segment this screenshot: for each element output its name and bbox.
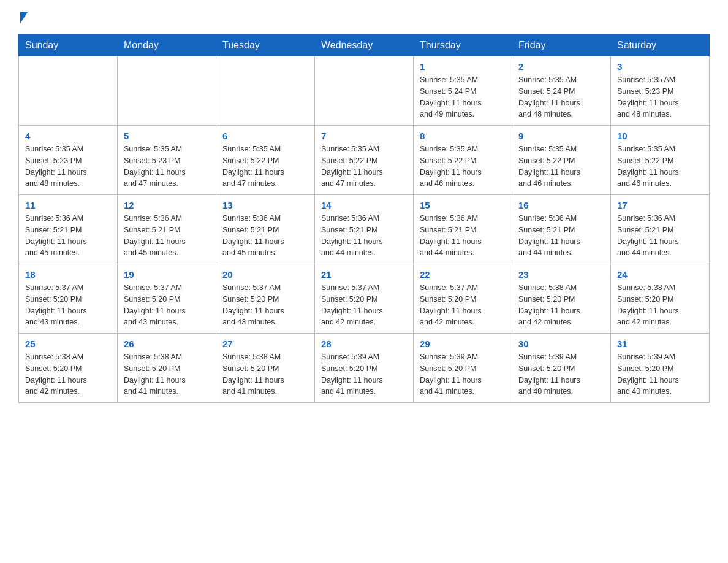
day-number: 2 [518, 61, 604, 72]
day-number: 27 [222, 339, 308, 349]
calendar-cell: 21Sunrise: 5:37 AM Sunset: 5:20 PM Dayli… [315, 264, 414, 334]
day-info: Sunrise: 5:35 AM Sunset: 5:24 PM Dayligh… [518, 74, 604, 120]
day-info: Sunrise: 5:36 AM Sunset: 5:21 PM Dayligh… [25, 213, 111, 259]
day-number: 15 [420, 200, 506, 210]
calendar-cell: 18Sunrise: 5:37 AM Sunset: 5:20 PM Dayli… [19, 264, 118, 334]
day-number: 22 [420, 269, 506, 280]
day-number: 20 [222, 269, 308, 280]
day-info: Sunrise: 5:36 AM Sunset: 5:21 PM Dayligh… [124, 213, 210, 259]
calendar-header-monday: Monday [118, 35, 216, 56]
calendar-cell: 24Sunrise: 5:38 AM Sunset: 5:20 PM Dayli… [611, 264, 710, 334]
day-info: Sunrise: 5:35 AM Sunset: 5:24 PM Dayligh… [420, 74, 506, 120]
calendar-cell: 12Sunrise: 5:36 AM Sunset: 5:21 PM Dayli… [118, 195, 216, 264]
calendar-cell: 27Sunrise: 5:38 AM Sunset: 5:20 PM Dayli… [216, 334, 315, 403]
calendar-cell: 10Sunrise: 5:35 AM Sunset: 5:22 PM Dayli… [611, 126, 710, 195]
day-info: Sunrise: 5:38 AM Sunset: 5:20 PM Dayligh… [617, 282, 703, 328]
day-number: 25 [25, 339, 111, 349]
day-info: Sunrise: 5:38 AM Sunset: 5:20 PM Dayligh… [518, 282, 604, 328]
day-number: 16 [518, 200, 604, 210]
day-info: Sunrise: 5:39 AM Sunset: 5:20 PM Dayligh… [617, 351, 703, 397]
calendar-week-2: 4Sunrise: 5:35 AM Sunset: 5:23 PM Daylig… [19, 126, 710, 195]
calendar-header-friday: Friday [512, 35, 611, 56]
calendar-cell: 9Sunrise: 5:35 AM Sunset: 5:22 PM Daylig… [512, 126, 611, 195]
calendar-cell: 8Sunrise: 5:35 AM Sunset: 5:22 PM Daylig… [414, 126, 512, 195]
day-info: Sunrise: 5:37 AM Sunset: 5:20 PM Dayligh… [222, 282, 308, 328]
calendar-week-5: 25Sunrise: 5:38 AM Sunset: 5:20 PM Dayli… [19, 334, 710, 403]
calendar-cell: 14Sunrise: 5:36 AM Sunset: 5:21 PM Dayli… [315, 195, 414, 264]
calendar-cell: 16Sunrise: 5:36 AM Sunset: 5:21 PM Dayli… [512, 195, 611, 264]
day-info: Sunrise: 5:37 AM Sunset: 5:20 PM Dayligh… [420, 282, 506, 328]
day-info: Sunrise: 5:38 AM Sunset: 5:20 PM Dayligh… [124, 351, 210, 397]
day-number: 8 [420, 131, 506, 141]
day-info: Sunrise: 5:37 AM Sunset: 5:20 PM Dayligh… [25, 282, 111, 328]
calendar-cell: 13Sunrise: 5:36 AM Sunset: 5:21 PM Dayli… [216, 195, 315, 264]
day-number: 21 [321, 269, 407, 280]
calendar-table: SundayMondayTuesdayWednesdayThursdayFrid… [18, 34, 710, 403]
day-info: Sunrise: 5:35 AM Sunset: 5:23 PM Dayligh… [617, 74, 703, 120]
day-info: Sunrise: 5:35 AM Sunset: 5:22 PM Dayligh… [617, 144, 703, 190]
calendar-cell: 25Sunrise: 5:38 AM Sunset: 5:20 PM Dayli… [19, 334, 118, 403]
day-number: 26 [124, 339, 210, 349]
calendar-cell: 19Sunrise: 5:37 AM Sunset: 5:20 PM Dayli… [118, 264, 216, 334]
day-number: 28 [321, 339, 407, 349]
day-info: Sunrise: 5:38 AM Sunset: 5:20 PM Dayligh… [222, 351, 308, 397]
day-info: Sunrise: 5:36 AM Sunset: 5:21 PM Dayligh… [321, 213, 407, 259]
calendar-header-tuesday: Tuesday [216, 35, 315, 56]
calendar-cell: 31Sunrise: 5:39 AM Sunset: 5:20 PM Dayli… [611, 334, 710, 403]
calendar-cell [315, 56, 414, 126]
calendar-cell [216, 56, 315, 126]
calendar-cell: 5Sunrise: 5:35 AM Sunset: 5:23 PM Daylig… [118, 126, 216, 195]
calendar-cell: 3Sunrise: 5:35 AM Sunset: 5:23 PM Daylig… [611, 56, 710, 126]
page-header [18, 12, 710, 22]
day-number: 23 [518, 269, 604, 280]
day-info: Sunrise: 5:35 AM Sunset: 5:22 PM Dayligh… [518, 144, 604, 190]
calendar-cell: 1Sunrise: 5:35 AM Sunset: 5:24 PM Daylig… [414, 56, 512, 126]
day-number: 30 [518, 339, 604, 349]
calendar-cell [19, 56, 118, 126]
calendar-cell [118, 56, 216, 126]
day-number: 29 [420, 339, 506, 349]
calendar-cell: 7Sunrise: 5:35 AM Sunset: 5:22 PM Daylig… [315, 126, 414, 195]
calendar-cell: 28Sunrise: 5:39 AM Sunset: 5:20 PM Dayli… [315, 334, 414, 403]
day-number: 13 [222, 200, 308, 210]
calendar-cell: 22Sunrise: 5:37 AM Sunset: 5:20 PM Dayli… [414, 264, 512, 334]
day-info: Sunrise: 5:39 AM Sunset: 5:20 PM Dayligh… [420, 351, 506, 397]
calendar-cell: 20Sunrise: 5:37 AM Sunset: 5:20 PM Dayli… [216, 264, 315, 334]
calendar-cell: 11Sunrise: 5:36 AM Sunset: 5:21 PM Dayli… [19, 195, 118, 264]
calendar-cell: 4Sunrise: 5:35 AM Sunset: 5:23 PM Daylig… [19, 126, 118, 195]
day-number: 6 [222, 131, 308, 141]
day-info: Sunrise: 5:36 AM Sunset: 5:21 PM Dayligh… [518, 213, 604, 259]
calendar-cell: 2Sunrise: 5:35 AM Sunset: 5:24 PM Daylig… [512, 56, 611, 126]
day-number: 9 [518, 131, 604, 141]
calendar-cell: 29Sunrise: 5:39 AM Sunset: 5:20 PM Dayli… [414, 334, 512, 403]
day-info: Sunrise: 5:36 AM Sunset: 5:21 PM Dayligh… [222, 213, 308, 259]
day-info: Sunrise: 5:37 AM Sunset: 5:20 PM Dayligh… [321, 282, 407, 328]
day-info: Sunrise: 5:37 AM Sunset: 5:20 PM Dayligh… [124, 282, 210, 328]
day-number: 17 [617, 200, 703, 210]
day-number: 4 [25, 131, 111, 141]
day-info: Sunrise: 5:39 AM Sunset: 5:20 PM Dayligh… [321, 351, 407, 397]
day-number: 24 [617, 269, 703, 280]
day-number: 12 [124, 200, 210, 210]
day-number: 3 [617, 61, 703, 72]
day-number: 31 [617, 339, 703, 349]
day-info: Sunrise: 5:39 AM Sunset: 5:20 PM Dayligh… [518, 351, 604, 397]
day-number: 18 [25, 269, 111, 280]
day-number: 7 [321, 131, 407, 141]
day-info: Sunrise: 5:35 AM Sunset: 5:22 PM Dayligh… [222, 144, 308, 190]
calendar-header-wednesday: Wednesday [315, 35, 414, 56]
day-number: 5 [124, 131, 210, 141]
calendar-cell: 26Sunrise: 5:38 AM Sunset: 5:20 PM Dayli… [118, 334, 216, 403]
day-info: Sunrise: 5:35 AM Sunset: 5:22 PM Dayligh… [420, 144, 506, 190]
calendar-cell: 30Sunrise: 5:39 AM Sunset: 5:20 PM Dayli… [512, 334, 611, 403]
day-info: Sunrise: 5:36 AM Sunset: 5:21 PM Dayligh… [420, 213, 506, 259]
calendar-header-row: SundayMondayTuesdayWednesdayThursdayFrid… [19, 35, 710, 56]
day-info: Sunrise: 5:38 AM Sunset: 5:20 PM Dayligh… [25, 351, 111, 397]
calendar-week-3: 11Sunrise: 5:36 AM Sunset: 5:21 PM Dayli… [19, 195, 710, 264]
calendar-header-thursday: Thursday [414, 35, 512, 56]
calendar-header-sunday: Sunday [19, 35, 118, 56]
day-info: Sunrise: 5:35 AM Sunset: 5:23 PM Dayligh… [124, 144, 210, 190]
calendar-header-saturday: Saturday [611, 35, 710, 56]
day-info: Sunrise: 5:35 AM Sunset: 5:22 PM Dayligh… [321, 144, 407, 190]
day-number: 11 [25, 200, 111, 210]
